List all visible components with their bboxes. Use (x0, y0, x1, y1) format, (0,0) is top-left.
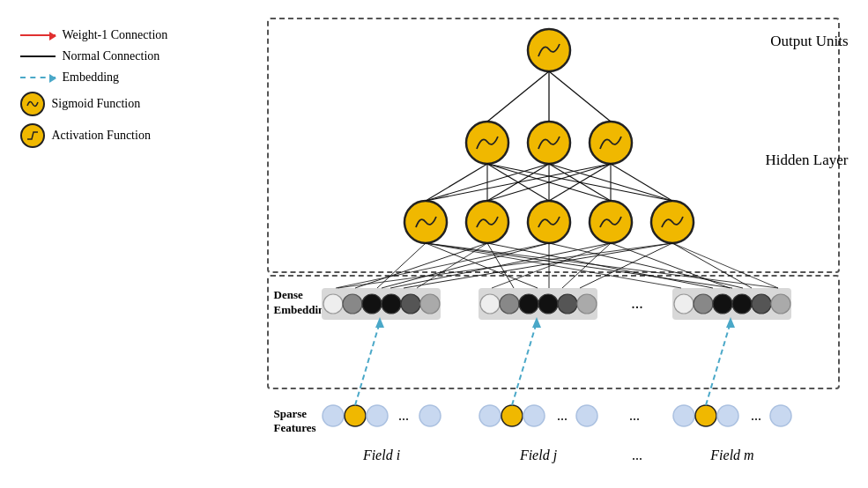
svg-line-9 (487, 71, 549, 122)
svg-point-40 (558, 294, 577, 314)
svg-line-91 (706, 322, 731, 405)
activation-neuron-icon (20, 123, 45, 148)
svg-point-36 (480, 294, 500, 314)
legend-normal: Normal Connection (20, 49, 168, 63)
legend-sigmoid: Sigmoid Function (20, 92, 168, 116)
legend-embedding: Embedding (20, 70, 168, 85)
svg-point-33 (382, 294, 401, 314)
legend-weight1: Weight-1 Connection (20, 28, 168, 42)
svg-point-83 (695, 405, 716, 426)
svg-line-87 (355, 322, 380, 405)
svg-text:Field j: Field j (518, 447, 557, 463)
legend-activation: Activation Function (20, 123, 168, 148)
svg-point-30 (323, 294, 343, 314)
svg-point-86 (770, 405, 791, 426)
svg-text:...: ... (557, 408, 568, 423)
svg-point-43 (694, 294, 713, 314)
svg-point-84 (717, 405, 738, 426)
legend-activation-label: Activation Function (52, 129, 151, 143)
legend-weight1-label: Weight-1 Connection (63, 28, 168, 42)
svg-line-26 (611, 164, 672, 201)
svg-text:...: ... (751, 408, 761, 423)
svg-point-31 (343, 294, 362, 314)
svg-line-12 (426, 164, 487, 201)
svg-line-52 (355, 243, 487, 288)
svg-line-11 (549, 71, 611, 122)
svg-point-46 (752, 294, 771, 314)
svg-line-70 (338, 243, 672, 288)
svg-point-34 (401, 294, 420, 314)
sigmoid-neuron-icon (20, 92, 45, 116)
svg-point-82 (673, 405, 694, 426)
svg-point-38 (519, 294, 538, 314)
svg-line-89 (512, 322, 537, 405)
svg-point-41 (577, 294, 597, 314)
svg-point-72 (345, 405, 366, 426)
svg-point-44 (713, 294, 732, 314)
legend: Weight-1 Connection Normal Connection Em… (20, 28, 168, 148)
network-area: Output Units Hidden Layer DenseEmbedding… (241, 11, 857, 477)
svg-line-49 (377, 243, 426, 288)
svg-point-78 (523, 405, 545, 426)
svg-text:Field i: Field i (361, 447, 399, 462)
embedding-icon (20, 77, 56, 78)
svg-text:...: ... (629, 408, 640, 423)
svg-point-35 (420, 294, 440, 314)
weight1-icon (20, 34, 56, 36)
svg-point-32 (362, 294, 382, 314)
svg-text:...: ... (632, 447, 642, 462)
svg-line-22 (426, 164, 611, 201)
legend-normal-label: Normal Connection (63, 49, 160, 63)
svg-point-80 (576, 405, 597, 426)
legend-sigmoid-label: Sigmoid Function (52, 97, 141, 111)
svg-point-47 (771, 294, 790, 314)
svg-point-37 (500, 294, 519, 314)
svg-point-45 (732, 294, 752, 314)
svg-point-77 (501, 405, 523, 426)
svg-point-76 (479, 405, 501, 426)
svg-point-42 (674, 294, 694, 314)
legend-embedding-label: Embedding (63, 70, 120, 85)
svg-text:Field m: Field m (709, 447, 753, 462)
svg-point-75 (419, 405, 441, 426)
network-svg: ... (241, 11, 857, 477)
svg-point-39 (538, 294, 558, 314)
diagram-container: Weight-1 Connection Normal Connection Em… (11, 11, 857, 477)
svg-point-71 (323, 405, 344, 426)
normal-connection-icon (20, 55, 56, 57)
svg-point-73 (367, 405, 388, 426)
svg-text:...: ... (398, 408, 409, 423)
svg-text:...: ... (631, 294, 643, 312)
